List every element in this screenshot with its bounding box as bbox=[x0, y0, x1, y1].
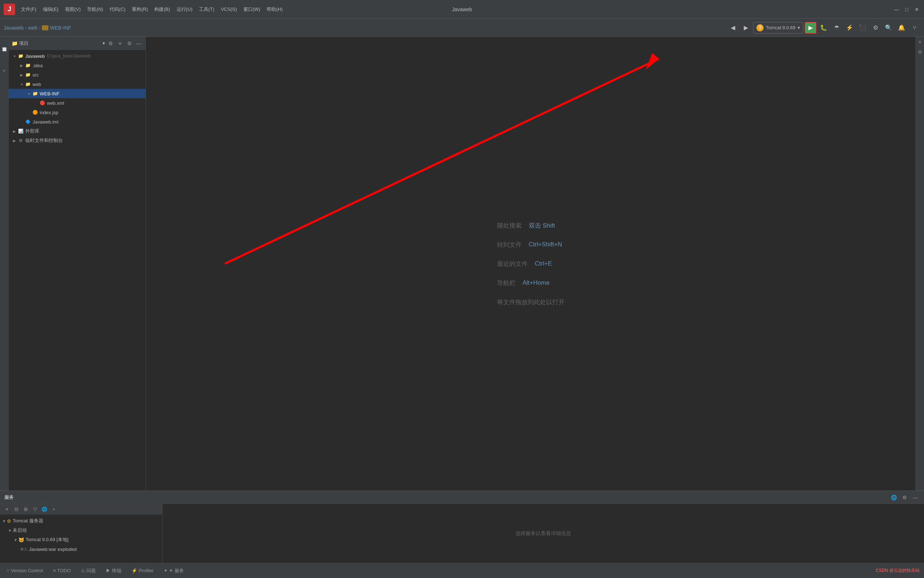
hint-search: 随处搜索 双击 Shift bbox=[497, 221, 555, 230]
sidebar-header: 📁 项目 ▾ ⚙ ≡ ⚙ — bbox=[9, 37, 146, 50]
services-panel-title: 服务 bbox=[4, 494, 887, 501]
statusbar-profiler[interactable]: ⚡ Profiler bbox=[129, 567, 156, 574]
settings-button[interactable]: ⚙ bbox=[870, 22, 881, 34]
tree-item-web[interactable]: ▾ 📁 web bbox=[9, 80, 146, 89]
hint-navbar: 导航栏 Alt+Home bbox=[497, 279, 550, 287]
tree-item-webxml[interactable]: ▶ 🔴 web.xml bbox=[9, 98, 146, 108]
tree-item-javaweb[interactable]: ▾ 📁 Javaweb D:\java_base\Javaweb bbox=[9, 51, 146, 61]
sidebar-dropdown-icon[interactable]: ▾ bbox=[102, 41, 105, 46]
app-logo: J bbox=[3, 3, 15, 15]
git-button[interactable]: ⑂ bbox=[909, 22, 921, 34]
hint-navbar-text: 导航栏 bbox=[497, 279, 515, 287]
tree-item-src[interactable]: ▶ 📁 src bbox=[9, 70, 146, 80]
hint-drag-drop: 将文件拖放到此处以打开 bbox=[497, 298, 564, 306]
sidebar-filter-icon[interactable]: ⚙ bbox=[125, 39, 133, 47]
structure-icon[interactable]: ≡ bbox=[0, 60, 8, 82]
statusbar-right-text: CSDN @云边的快乐站 bbox=[875, 568, 920, 574]
svc-btn-group[interactable]: ⊞ bbox=[22, 505, 30, 513]
menu-run[interactable]: 运行(U) bbox=[174, 5, 195, 14]
run-config-selector[interactable]: T Tomcat 9.0.69 ▾ bbox=[753, 22, 803, 34]
debug-button[interactable]: 🐛 bbox=[818, 22, 829, 34]
menu-window[interactable]: 窗口(W) bbox=[241, 5, 263, 14]
svc-item-tomcat-server[interactable]: ▾ ⚙ Tomcat 服务器 bbox=[0, 516, 162, 526]
maximize-button[interactable]: □ bbox=[903, 6, 910, 13]
hint-drag-drop-text: 将文件拖放到此处以打开 bbox=[497, 298, 564, 306]
hint-search-text: 随处搜索 bbox=[497, 221, 522, 230]
svc-item-javaweb-war[interactable]: ⚙⚠ Javaweb:war exploded bbox=[0, 544, 162, 554]
menu-vcs[interactable]: VCS(S) bbox=[218, 5, 240, 13]
menu-tools[interactable]: 工具(T) bbox=[196, 5, 217, 14]
services-globe-icon[interactable]: 🌐 bbox=[889, 493, 898, 502]
hint-navbar-shortcut: Alt+Home bbox=[523, 279, 550, 286]
gutter-btn-1[interactable]: ≡ bbox=[916, 38, 924, 45]
statusbar-terminal[interactable]: ▶ 终端 bbox=[104, 567, 123, 575]
svc-btn-network[interactable]: 🌐 bbox=[41, 505, 49, 513]
sidebar-settings-icon[interactable]: ⚙ bbox=[107, 39, 115, 47]
services-settings-icon[interactable]: ⚙ bbox=[900, 493, 909, 502]
search-button[interactable]: 🔍 bbox=[883, 22, 894, 34]
menu-file[interactable]: 文件(F) bbox=[18, 5, 39, 14]
svg-marker-1 bbox=[646, 53, 659, 70]
tree-item-webinf[interactable]: ▾ 📁 WEB-INF bbox=[9, 89, 146, 98]
menu-help[interactable]: 帮助(H) bbox=[264, 5, 285, 14]
hint-goto-file-text: 转到文件 bbox=[497, 240, 522, 249]
svc-btn-filter[interactable]: ▽ bbox=[31, 505, 39, 513]
menu-edit[interactable]: 编辑(E) bbox=[40, 5, 62, 14]
svc-item-not-started[interactable]: ▾ 未启动 bbox=[0, 526, 162, 535]
window-title: Javaweb bbox=[452, 6, 472, 12]
tree-item-external-libs[interactable]: ▶ 📊 外部库 bbox=[9, 127, 146, 136]
run-button[interactable]: ▶ bbox=[805, 22, 816, 34]
project-icon[interactable]: ⬜ bbox=[0, 38, 8, 60]
svc-btn-collapse-all[interactable]: ⊟ bbox=[12, 505, 20, 513]
window-controls: — □ ✕ bbox=[893, 6, 921, 13]
close-button[interactable]: ✕ bbox=[913, 6, 921, 13]
navbar: Javaweb › web › WEB-INF ◀ ▶ T Tomcat 9.0… bbox=[0, 19, 924, 37]
editor-hints: 随处搜索 双击 Shift 转到文件 Ctrl+Shift+N 最近的文件 Ct… bbox=[497, 221, 564, 306]
sidebar-close-icon[interactable]: — bbox=[135, 39, 143, 47]
git-icon: ⑂ bbox=[6, 568, 10, 573]
statusbar-version-control[interactable]: ⑂ Version Control bbox=[4, 567, 45, 574]
notifications-button[interactable]: 🔔 bbox=[896, 22, 908, 34]
breadcrumb-web[interactable]: web bbox=[28, 25, 37, 31]
webinf-folder-icon bbox=[42, 25, 49, 30]
hint-search-shortcut: 双击 Shift bbox=[529, 221, 555, 230]
breadcrumb-webinf[interactable]: WEB-INF bbox=[50, 25, 71, 31]
stop-button[interactable]: ⬛ bbox=[857, 22, 868, 34]
tomcat-icon: T bbox=[756, 24, 764, 31]
statusbar-problems[interactable]: ⚠ 问题 bbox=[79, 567, 98, 575]
run-config-dropdown-icon: ▾ bbox=[798, 25, 800, 30]
svg-line-0 bbox=[225, 59, 659, 264]
hint-goto-file: 转到文件 Ctrl+Shift+N bbox=[497, 240, 563, 249]
statusbar: ⑂ Version Control ≡ TODO ⚠ 问题 ▶ 终端 ⚡ Pro… bbox=[0, 563, 924, 578]
svc-btn-add[interactable]: + bbox=[50, 505, 58, 513]
tree-item-iml[interactable]: ▶ 🔷 Javaweb.iml bbox=[9, 117, 146, 127]
file-tree: ▾ 📁 Javaweb D:\java_base\Javaweb ▶ 📁 .id… bbox=[9, 50, 146, 490]
services-icon: ✦ bbox=[164, 568, 168, 573]
coverage-button[interactable]: ☂ bbox=[831, 22, 842, 34]
menu-navigate[interactable]: 导航(N) bbox=[84, 5, 106, 14]
nav-forward-button[interactable]: ▶ bbox=[740, 22, 752, 34]
menu-build[interactable]: 构建(B) bbox=[151, 5, 173, 14]
statusbar-services[interactable]: ✦ ✦ 服务 bbox=[162, 567, 186, 575]
svc-item-tomcat-969[interactable]: ▾ 🐱 Tomcat 9.0.69 [本地] bbox=[0, 535, 162, 544]
todo-icon: ≡ bbox=[53, 568, 56, 573]
services-panel-header: 服务 🌐 ⚙ — bbox=[0, 491, 924, 504]
tree-item-temp-files[interactable]: ▶ ⚙ 临时文件和控制台 bbox=[9, 136, 146, 145]
services-minimize-icon[interactable]: — bbox=[911, 493, 920, 502]
breadcrumb-javaweb[interactable]: Javaweb bbox=[3, 25, 23, 31]
gutter-btn-2[interactable]: ⊟ bbox=[916, 49, 924, 56]
run-config-label: Tomcat 9.0.69 bbox=[766, 25, 795, 30]
tree-item-indexjsp[interactable]: ▶ 🟠 index.jsp bbox=[9, 108, 146, 117]
profile-button[interactable]: ⚡ bbox=[844, 22, 855, 34]
statusbar-todo[interactable]: ≡ TODO bbox=[51, 567, 73, 574]
sidebar-layout-icon[interactable]: ≡ bbox=[116, 39, 124, 47]
menu-view[interactable]: 视图(V) bbox=[62, 5, 83, 14]
tree-item-idea[interactable]: ▶ 📁 .idea bbox=[9, 61, 146, 70]
minimize-button[interactable]: — bbox=[893, 6, 900, 13]
menu-refactor[interactable]: 重构(R) bbox=[129, 5, 151, 14]
nav-back-button[interactable]: ◀ bbox=[727, 22, 739, 34]
svc-btn-expand-all[interactable]: ≡ bbox=[3, 505, 11, 513]
hint-recent-files-shortcut: Ctrl+E bbox=[535, 260, 552, 267]
menu-code[interactable]: 代码(C) bbox=[107, 5, 128, 14]
left-icons-strip: ⬜ ≡ bbox=[0, 37, 9, 490]
